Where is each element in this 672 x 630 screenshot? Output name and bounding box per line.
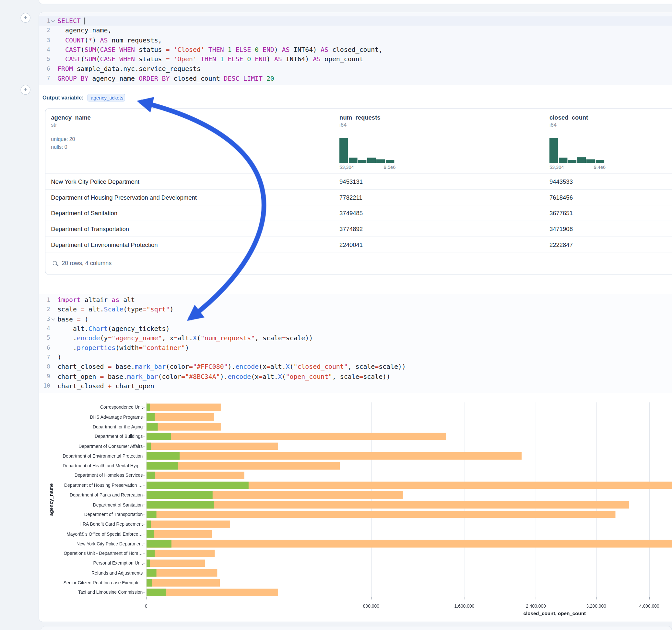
y-tick-label: Department of Homeless Services [75,470,143,480]
code-line[interactable]: 4 alt.Chart(agency_tickets) [39,324,672,334]
gutter [50,324,57,334]
bar-closed-count [146,511,615,518]
column-header-agency-name[interactable]: agency_name str [51,114,91,128]
code-line[interactable]: 2 agency_name, [39,26,672,35]
code-line[interactable]: 6 .properties(width="container") [39,343,672,353]
histogram-bar [558,158,567,163]
y-tick-label: Department of Buildings [95,432,143,441]
y-tickmark [143,417,146,417]
table-row[interactable]: Department of Transportation377489234719… [45,221,672,237]
y-tick-label: Department of Sanitation [93,500,143,509]
column-header-num-requests[interactable]: num_requests i64 [339,114,381,128]
code-text: CAST(SUM(CASE WHEN status = 'Open' THEN … [57,54,672,64]
code-line[interactable]: 9chart_open = base.mark_bar(color="#8BC3… [39,372,672,382]
bar-chart: agency_name Correspondence UnitDHS Advan… [39,399,672,620]
code-text: import altair as alt [57,295,672,305]
column-header-closed-count[interactable]: closed_count i64 [549,114,588,128]
bar-closed-count [146,588,278,596]
line-number: 5 [39,334,50,343]
code-line[interactable]: 5 CAST(SUM(CASE WHEN status = 'Open' THE… [39,54,672,64]
histogram-bar [577,157,585,163]
line-number: 6 [39,343,50,353]
gridline [464,402,464,597]
y-tick-label: HRA Benefit Card Replacement [79,519,143,529]
bar-open-count [146,413,154,421]
table-row[interactable]: Department of Sanitation37494853677651 [45,205,672,221]
x-tickmark [371,597,371,600]
line-number: 3 [39,35,50,45]
y-tick-label: DHS Advantage Programs [90,412,143,422]
table-row[interactable]: New York City Police Department945313194… [45,174,672,190]
table-row[interactable]: Department of Environmental Protection22… [45,237,672,253]
code-line[interactable]: 10chart_closed + chart_open [39,382,672,391]
y-tickmark [143,592,146,593]
gutter [50,295,57,305]
collapse-chevron-icon[interactable] [51,317,55,320]
search-icon[interactable] [53,261,57,265]
add-cell-button[interactable]: + [20,13,30,23]
python-editor[interactable]: 1import altair as alt2scale = alt.Scale(… [39,294,672,392]
table-cell: Department of Housing Preservation and D… [51,190,197,205]
y-tickmark [143,544,146,544]
code-text: SELECT [57,16,672,26]
result-table: agency_name str unique: 20 nulls: 0 num_… [45,108,672,274]
y-tick-label: Taxi and Limousine Commission [78,587,143,597]
output-variable-chip[interactable]: agency_tickets [87,94,125,102]
y-axis-ticks [143,402,146,597]
line-number: 6 [39,64,50,74]
x-tick-label: 4,000,000 [639,603,659,608]
add-cell-button[interactable]: + [20,85,30,95]
histogram-bar [549,138,558,163]
code-line[interactable]: 3 COUNT(*) AS num_requests, [39,35,672,45]
bar-open-count [146,452,179,460]
bar-closed-count [146,540,672,547]
code-line[interactable]: 1import altair as alt [39,295,672,305]
gridline [596,402,597,597]
y-tick-label: Refunds and Adjustments [91,568,143,578]
x-tickmark [649,597,650,600]
x-axis-labels: 0800,0001,600,0002,400,0003,200,0004,000… [39,603,672,609]
notebook-cell-group: 1SELECT 2 agency_name,3 COUNT(*) AS num_… [39,12,672,622]
code-line[interactable]: 7) [39,353,672,362]
code-line[interactable]: 7GROUP BY agency_name ORDER BY closed_co… [39,74,672,83]
bar-closed-count [146,404,221,411]
x-tickmark [464,597,464,600]
bar-closed-count [146,433,447,440]
table-row[interactable]: Department of Housing Preservation and D… [45,190,672,205]
line-number: 1 [39,295,50,305]
code-line[interactable]: 6FROM sample_data.nyc.service_requests [39,64,672,74]
line-number: 7 [39,74,50,83]
histogram-bar [596,160,604,163]
table-cell: 9443533 [549,174,573,190]
gutter [50,26,57,35]
code-line[interactable]: 4 CAST(SUM(CASE WHEN status = 'Closed' T… [39,45,672,55]
bar-open-count [146,520,151,528]
bar-closed-count [146,471,244,479]
gutter [50,334,57,343]
line-number: 10 [39,382,50,391]
code-line[interactable]: 5 .encode(y="agency_name", x=alt.X("num_… [39,334,672,343]
code-line[interactable]: 1SELECT [39,16,672,26]
bar-closed-count [146,559,205,567]
line-number: 5 [39,54,50,64]
y-tickmark [143,476,146,476]
table-footer: 20 rows, 4 columns [45,252,672,274]
code-line[interactable]: 3base = ( [39,314,672,324]
sql-editor[interactable]: 1SELECT 2 agency_name,3 COUNT(*) AS num_… [39,12,672,85]
line-number: 7 [39,353,50,362]
bar-open-count [146,559,150,567]
line-number: 8 [39,362,50,372]
bar-open-count [146,579,152,586]
histogram-bar [349,158,357,163]
bar-open-count [146,530,154,538]
next-cell-stub [41,626,672,630]
y-tick-label: Department of Environmental Protection [63,451,143,461]
bar-open-count [146,404,150,411]
y-tickmark [143,563,146,563]
collapse-chevron-icon[interactable] [51,19,55,22]
code-line[interactable]: 2scale = alt.Scale(type="sqrt") [39,305,672,314]
code-line[interactable]: 8chart_closed = base.mark_bar(color="#FF… [39,362,672,372]
table-cell: Department of Transportation [51,221,129,237]
x-tick-label: 1,600,000 [455,603,475,608]
table-cell: 3471908 [549,221,573,237]
